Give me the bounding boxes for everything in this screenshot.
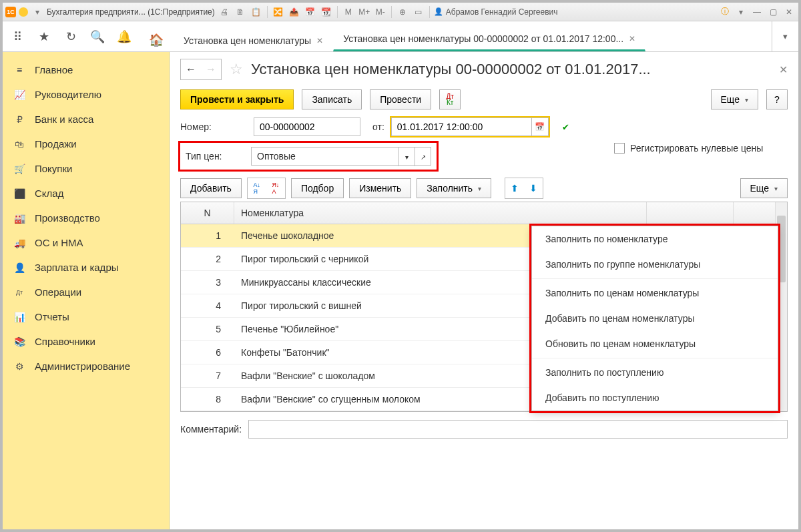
fill-menu-item[interactable]: Заполнить по поступлению xyxy=(532,360,778,385)
sidebar-item-assets[interactable]: 🚚ОС и НМА xyxy=(3,230,169,255)
tab-document[interactable]: Установка цен номенклатуры 00-00000002 о… xyxy=(333,26,645,51)
dtkt-button[interactable]: ДтКт xyxy=(439,89,461,109)
dtkt-icon: Дт xyxy=(13,289,25,296)
date-input[interactable] xyxy=(391,117,531,136)
maximize-icon[interactable]: ▢ xyxy=(766,5,780,19)
bell-icon[interactable]: 🔔 xyxy=(116,29,132,44)
post-and-close-button[interactable]: Провести и закрыть xyxy=(180,89,294,109)
dropdown-icon[interactable]: ▾ xyxy=(31,5,44,19)
sidebar-item-sales[interactable]: 🛍Продажи xyxy=(3,131,169,156)
date-icon[interactable]: 📆 xyxy=(320,5,333,19)
tabs: 🏠 Установка цен номенклатуры ✕ Установка… xyxy=(139,21,772,51)
table-more-button[interactable]: Еще▾ xyxy=(740,178,788,198)
move-down-button[interactable]: ⬇ xyxy=(524,178,543,198)
sidebar-item-main[interactable]: ≡Главное xyxy=(3,57,169,82)
calendar-icon[interactable]: 📅 xyxy=(304,5,317,19)
chevron-down-icon[interactable]: ▾ xyxy=(398,148,415,166)
table-header: N Номенклатура xyxy=(181,202,787,224)
fill-dropdown-menu: Заполнить по номенклатуре Заполнить по г… xyxy=(531,226,778,411)
minimize-icon[interactable]: — xyxy=(750,5,764,19)
app-title: Бухгалтерия предприяти... (1С:Предприяти… xyxy=(47,7,215,17)
compare-icon[interactable]: 🔀 xyxy=(272,5,285,19)
select-button[interactable]: Подбор xyxy=(291,178,344,198)
price-type-value: Оптовые xyxy=(252,148,398,165)
sidebar-item-warehouse[interactable]: ⬛Склад xyxy=(3,181,169,206)
fill-menu-item[interactable]: Добавить по ценам номенклатуры xyxy=(532,306,778,331)
tab-list[interactable]: Установка цен номенклатуры ✕ xyxy=(174,28,333,51)
history-icon[interactable]: ↻ xyxy=(63,29,79,44)
m-plus-icon[interactable]: M+ xyxy=(358,5,371,19)
comment-row: Комментарий: xyxy=(180,420,788,439)
user-label[interactable]: Абрамов Геннадий Сергеевич xyxy=(434,7,558,17)
star-icon[interactable]: ☆ xyxy=(230,61,243,78)
sidebar-label: Зарплата и кадры xyxy=(35,262,119,273)
menu-icon[interactable] xyxy=(19,7,28,17)
register-zero-checkbox[interactable] xyxy=(614,143,625,154)
status-check-icon[interactable]: ✔ xyxy=(562,122,569,132)
close-icon[interactable]: ✕ xyxy=(316,36,323,45)
price-type-row: Тип цен: Оптовые ▾ ↗ xyxy=(180,143,437,170)
fill-menu-item[interactable]: Добавить по поступлению xyxy=(532,385,778,411)
col-n[interactable]: N xyxy=(181,202,234,224)
copy-icon[interactable]: 📋 xyxy=(250,5,263,19)
sidebar-label: Производство xyxy=(35,212,100,224)
back-button[interactable]: ← xyxy=(181,59,201,79)
comment-input[interactable] xyxy=(248,420,788,439)
tab-home[interactable]: 🏠 xyxy=(139,28,174,51)
window-icon[interactable]: ▭ xyxy=(412,5,425,19)
close-document-icon[interactable]: ✕ xyxy=(779,63,788,76)
info-icon[interactable]: ⓘ xyxy=(718,5,732,19)
fill-menu-item[interactable]: Заполнить по ценам номенклатуры xyxy=(532,280,778,306)
sort-asc-button[interactable]: А↓Я xyxy=(248,178,266,198)
edit-button[interactable]: Изменить xyxy=(349,178,411,198)
close-window-icon[interactable]: ✕ xyxy=(782,5,796,19)
sidebar-item-admin[interactable]: ⚙Администрирование xyxy=(3,354,169,378)
sidebar-item-production[interactable]: 🏭Производство xyxy=(3,206,169,230)
nav-group: ← → xyxy=(180,59,222,80)
toolbar-row: ⠿ ★ ↻ 🔍 🔔 🏠 Установка цен номенклатуры ✕… xyxy=(3,21,798,52)
sidebar-item-directories[interactable]: 📚Справочники xyxy=(3,329,169,354)
print-icon[interactable]: 🖨 xyxy=(218,5,231,19)
forward-button[interactable]: → xyxy=(201,59,221,79)
sort-desc-button[interactable]: Я↓А xyxy=(266,178,285,198)
m-icon[interactable]: M xyxy=(342,5,355,19)
logo-1c-icon: 1C xyxy=(5,7,16,17)
m-minus-icon[interactable]: M- xyxy=(374,5,387,19)
favorite-icon[interactable]: ★ xyxy=(36,29,52,44)
help-button[interactable]: ? xyxy=(766,89,788,109)
number-input[interactable] xyxy=(254,117,360,136)
add-button[interactable]: Добавить xyxy=(180,178,242,198)
sidebar-item-hr[interactable]: 👤Зарплата и кадры xyxy=(3,255,169,280)
sidebar-item-manager[interactable]: 📈Руководителю xyxy=(3,82,169,107)
export-icon[interactable]: 📤 xyxy=(288,5,301,19)
cell-n: 6 xyxy=(181,341,234,364)
sidebar-label: ОС и НМА xyxy=(35,237,83,248)
close-icon[interactable]: ✕ xyxy=(629,34,635,43)
fill-button[interactable]: Заполнить▾ xyxy=(417,178,491,198)
fill-menu-item[interactable]: Заполнить по группе номенклатуры xyxy=(532,252,778,277)
price-type-combo[interactable]: Оптовые ▾ ↗ xyxy=(251,147,431,166)
save-button[interactable]: Записать xyxy=(302,89,362,109)
fill-menu-item[interactable]: Заполнить по номенклатуре xyxy=(532,226,778,252)
person-icon: 👤 xyxy=(13,262,25,273)
tab-overflow[interactable]: ▾ xyxy=(772,21,798,51)
date-group: 📅 xyxy=(391,117,549,136)
preview-icon[interactable]: 🗎 xyxy=(234,5,247,19)
more-button[interactable]: Еще▾ xyxy=(711,89,759,109)
calendar-button[interactable]: 📅 xyxy=(531,117,549,136)
sidebar-item-bank[interactable]: ₽Банк и касса xyxy=(3,107,169,131)
fill-menu-item[interactable]: Обновить по ценам номенклатуры xyxy=(532,331,778,356)
sidebar-item-reports[interactable]: 📊Отчеты xyxy=(3,304,169,329)
col-nomenclature[interactable]: Номенклатура xyxy=(234,202,647,224)
zoom-icon[interactable]: ⊕ xyxy=(396,5,409,19)
post-button[interactable]: Провести xyxy=(370,89,431,109)
apps-icon[interactable]: ⠿ xyxy=(9,29,25,44)
open-ref-icon[interactable]: ↗ xyxy=(415,148,431,166)
sidebar-item-operations[interactable]: ДтОперации xyxy=(3,280,169,304)
dropdown2-icon[interactable]: ▾ xyxy=(734,5,748,19)
col-price[interactable] xyxy=(647,202,734,224)
move-up-button[interactable]: ⬆ xyxy=(505,178,524,198)
sidebar-item-purchases[interactable]: 🛒Покупки xyxy=(3,156,169,181)
table-toolbar: Добавить А↓Я Я↓А Подбор Изменить Заполни… xyxy=(180,178,788,199)
search-icon[interactable]: 🔍 xyxy=(89,29,105,44)
